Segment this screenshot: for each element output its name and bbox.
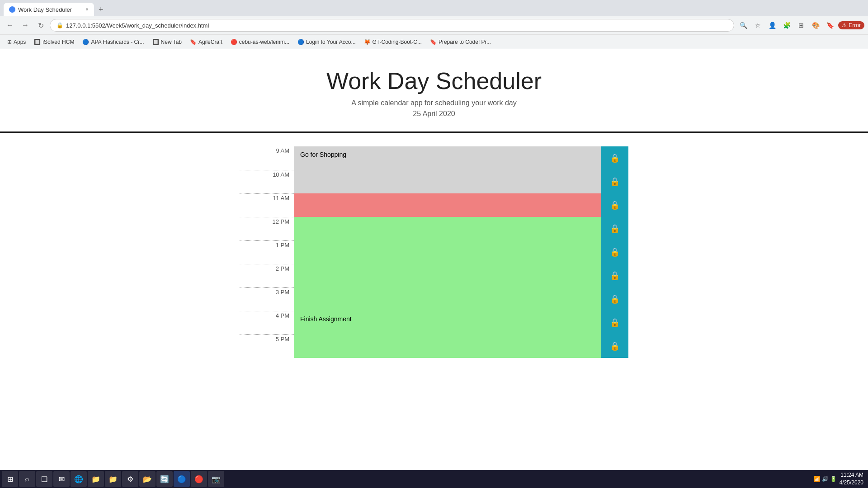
forward-button[interactable]: → <box>19 19 32 32</box>
grid-icon-btn[interactable]: ⊞ <box>795 19 807 32</box>
textarea-cell-1pm[interactable] <box>294 240 601 264</box>
login-icon: 🔵 <box>297 39 304 45</box>
save-button-10am[interactable]: 🔒 <box>601 170 628 193</box>
apps-label: Apps <box>14 39 26 45</box>
time-label-2pm: 2 PM <box>240 264 294 287</box>
bookmark-gt[interactable]: 🦊 GT-Coding-Boot-C... <box>360 38 425 47</box>
time-block-11am: 11 AM 🔒 <box>240 193 628 217</box>
time-label-10am: 10 AM <box>240 170 294 193</box>
bookmark-login[interactable]: 🔵 Login to Your Acco... <box>294 38 359 47</box>
address-bar[interactable]: 🔒 127.0.0.1:5502/Week5/work_day_schedule… <box>50 19 734 32</box>
time-block-2pm: 2 PM 🔒 <box>240 264 628 287</box>
error-label: Error <box>849 22 861 28</box>
time-label-11am: 11 AM <box>240 193 294 217</box>
save-button-4pm[interactable]: 🔒 <box>601 311 628 334</box>
extensions-icon-btn[interactable]: 🧩 <box>780 19 793 32</box>
profile-icon-btn[interactable]: 👤 <box>766 19 778 32</box>
browser-icons: 🔍 ☆ 👤 🧩 ⊞ 🎨 🔖 ⚠ Error <box>737 19 864 32</box>
prepare-label: Prepare to Code! Pr... <box>439 39 491 45</box>
time-label-12pm: 12 PM <box>240 217 294 240</box>
event-input-10am[interactable] <box>300 174 595 189</box>
secure-icon: 🔒 <box>57 22 63 28</box>
save-button-12pm[interactable]: 🔒 <box>601 217 628 240</box>
apps-icon: ⊞ <box>7 39 12 45</box>
prepare-icon: 🔖 <box>430 39 437 45</box>
time-block-4pm: 4 PM Finish Assignment 🔒 <box>240 311 628 334</box>
page-subtitle: A simple calendar app for scheduling you… <box>9 99 859 107</box>
time-block-10am: 10 AM 🔒 <box>240 170 628 193</box>
apa-label: APA Flashcards - Cr... <box>91 39 144 45</box>
bookmark-icon-btn[interactable]: 🔖 <box>824 19 836 32</box>
bookmark-cebu[interactable]: 🔴 cebu-as-web/lemm... <box>227 38 293 47</box>
bookmark-prepare[interactable]: 🔖 Prepare to Code! Pr... <box>426 38 495 47</box>
save-button-1pm[interactable]: 🔒 <box>601 240 628 264</box>
time-label-9am: 9 AM <box>240 146 294 170</box>
gt-icon: 🦊 <box>364 39 371 45</box>
event-input-9am[interactable]: Go for Shopping <box>300 151 595 165</box>
lock-icon-3pm: 🔒 <box>610 294 620 304</box>
save-button-2pm[interactable]: 🔒 <box>601 264 628 287</box>
time-label-1pm: 1 PM <box>240 240 294 264</box>
event-input-3pm[interactable] <box>300 292 595 306</box>
gt-label: GT-Coding-Boot-C... <box>373 39 422 45</box>
header-divider <box>0 131 868 133</box>
cebu-icon: 🔴 <box>231 39 237 45</box>
search-icon-btn[interactable]: 🔍 <box>737 19 750 32</box>
star-icon-btn[interactable]: ☆ <box>751 19 764 32</box>
lock-icon-1pm: 🔒 <box>610 247 620 257</box>
time-label-5pm: 5 PM <box>240 334 294 358</box>
textarea-cell-11am[interactable] <box>294 193 601 217</box>
url-text: 127.0.0.1:5502/Week5/work_day_scheduler/… <box>66 22 209 29</box>
isolved-label: iSolved HCM <box>42 39 74 45</box>
apa-icon: 🔵 <box>82 39 89 45</box>
refresh-button[interactable]: ↻ <box>34 19 47 32</box>
time-block-5pm: 5 PM 🔒 <box>240 334 628 358</box>
textarea-cell-2pm[interactable] <box>294 264 601 287</box>
bookmarks-bar: ⊞ Apps 🔲 iSolved HCM 🔵 APA Flashcards - … <box>0 34 868 49</box>
save-button-5pm[interactable]: 🔒 <box>601 334 628 358</box>
time-block-3pm: 3 PM 🔒 <box>240 287 628 311</box>
time-block-9am: 9 AM Go for Shopping 🔒 <box>240 146 628 170</box>
time-label-3pm: 3 PM <box>240 287 294 311</box>
event-input-11am[interactable] <box>300 198 595 212</box>
tab-close-button[interactable]: × <box>85 6 89 13</box>
event-input-4pm[interactable]: Finish Assignment <box>300 315 595 330</box>
event-input-1pm[interactable] <box>300 245 595 259</box>
event-input-5pm[interactable] <box>300 339 595 353</box>
bookmark-agilecraft[interactable]: 🔖 AgileCraft <box>186 38 226 47</box>
textarea-cell-10am[interactable] <box>294 170 601 193</box>
time-label-4pm: 4 PM <box>240 311 294 334</box>
time-block-1pm: 1 PM 🔒 <box>240 240 628 264</box>
error-icon: ⚠ <box>842 22 847 28</box>
page-title: Work Day Scheduler <box>9 67 859 94</box>
lock-icon-9am: 🔒 <box>610 153 620 163</box>
active-tab[interactable]: Work Day Scheduler × <box>4 3 94 16</box>
save-button-9am[interactable]: 🔒 <box>601 146 628 170</box>
save-button-3pm[interactable]: 🔒 <box>601 287 628 311</box>
page-header: Work Day Scheduler A simple calendar app… <box>0 49 868 131</box>
tab-favicon <box>9 6 15 13</box>
bookmark-apa[interactable]: 🔵 APA Flashcards - Cr... <box>79 38 147 47</box>
login-label: Login to Your Acco... <box>306 39 355 45</box>
bookmark-newtab[interactable]: 🔲 New Tab <box>149 38 185 47</box>
event-input-12pm[interactable] <box>300 221 595 236</box>
save-button-11am[interactable]: 🔒 <box>601 193 628 217</box>
newtab-label: New Tab <box>161 39 182 45</box>
tab-bar: Work Day Scheduler × + <box>0 0 868 16</box>
textarea-cell-9am[interactable]: Go for Shopping <box>294 146 601 170</box>
event-input-2pm[interactable] <box>300 268 595 283</box>
bookmark-isolved[interactable]: 🔲 iSolved HCM <box>30 38 78 47</box>
cebu-label: cebu-as-web/lemm... <box>239 39 289 45</box>
browser-chrome: Work Day Scheduler × + ← → ↻ 🔒 127.0.0.1… <box>0 0 868 49</box>
textarea-cell-12pm[interactable] <box>294 217 601 240</box>
lock-icon-12pm: 🔒 <box>610 224 620 234</box>
new-tab-button[interactable]: + <box>94 2 108 17</box>
back-button[interactable]: ← <box>4 19 16 32</box>
textarea-cell-3pm[interactable] <box>294 287 601 311</box>
agilecraft-label: AgileCraft <box>198 39 222 45</box>
bookmark-apps[interactable]: ⊞ Apps <box>4 38 29 47</box>
textarea-cell-4pm[interactable]: Finish Assignment <box>294 311 601 334</box>
color-icon-btn[interactable]: 🎨 <box>809 19 822 32</box>
textarea-cell-5pm[interactable] <box>294 334 601 358</box>
error-button[interactable]: ⚠ Error <box>838 21 864 29</box>
